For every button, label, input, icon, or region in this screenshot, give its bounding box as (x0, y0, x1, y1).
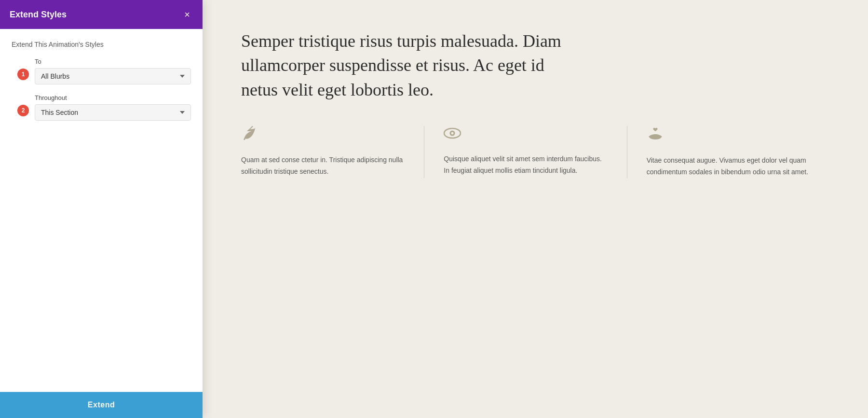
extend-button[interactable]: Extend (0, 392, 203, 418)
field1-label: To (35, 58, 191, 65)
to-select[interactable]: All Blurbs This Blurb All Modules (35, 68, 191, 84)
content-area: Semper tristique risus turpis malesuada.… (203, 0, 868, 197)
modal-body: Extend This Animation's Styles 1 To All … (0, 29, 203, 384)
extend-styles-modal: Extend Styles × Extend This Animation's … (0, 0, 203, 418)
blurb-3: Vitae consequat augue. Vivamus eget dolo… (647, 126, 829, 178)
field2-label: Throughout (35, 94, 191, 101)
close-button[interactable]: × (181, 9, 193, 20)
hero-text: Semper tristique risus turpis malesuada.… (241, 29, 579, 102)
step-badge-1: 1 (17, 69, 29, 80)
blurbs-row: Quam at sed conse ctetur in. Tristique a… (241, 126, 829, 178)
blurb-2-text: Quisque aliquet velit sit amet sem inter… (444, 153, 607, 177)
modal-subtitle: Extend This Animation's Styles (12, 41, 191, 48)
step-badge-2: 2 (17, 105, 29, 116)
blurb-1-icon (241, 126, 405, 145)
blurb-1: Quam at sed conse ctetur in. Tristique a… (241, 126, 424, 178)
throughout-select[interactable]: This Section Entire Page All Pages (35, 104, 191, 121)
blurb-3-icon (647, 126, 810, 145)
svg-point-2 (451, 132, 454, 135)
modal-header: Extend Styles × (0, 0, 203, 29)
modal-footer: Extend (0, 384, 203, 418)
blurb-3-text: Vitae consequat augue. Vivamus eget dolo… (647, 155, 810, 178)
modal-title: Extend Styles (10, 10, 67, 20)
blurb-1-text: Quam at sed conse ctetur in. Tristique a… (241, 154, 405, 178)
blurb-2-icon (444, 126, 607, 144)
blurb-2: Quisque aliquet velit sit amet sem inter… (444, 126, 627, 178)
